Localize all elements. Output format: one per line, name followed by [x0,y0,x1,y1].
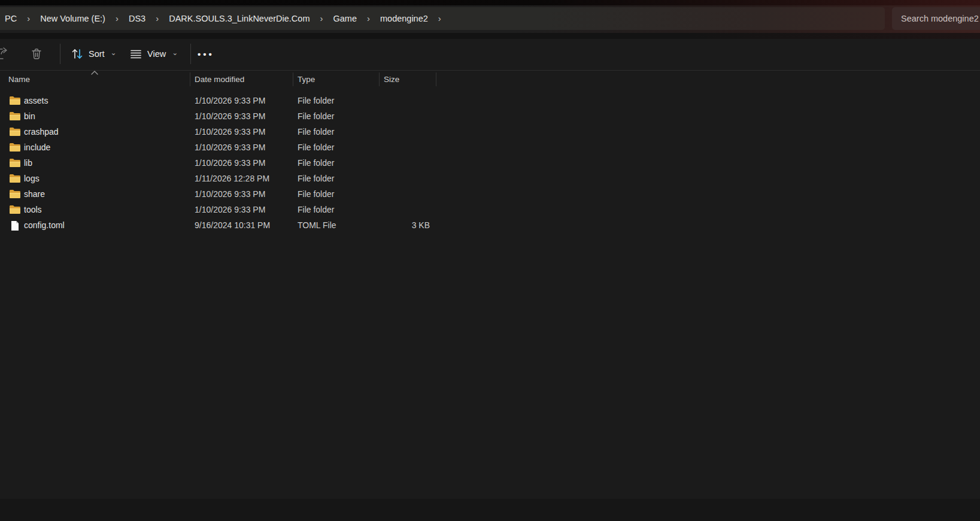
file-row[interactable]: config.toml 9/16/2024 10:31 PM TOML File… [0,217,980,233]
file-date-modified: 1/10/2026 9:33 PM [195,155,265,171]
file-date-modified: 9/16/2024 10:31 PM [195,217,270,233]
file-date-modified: 1/10/2026 9:33 PM [195,140,265,155]
file-name: bin [24,108,35,124]
folder-icon [9,127,21,137]
folder-icon [9,158,21,168]
file-row[interactable]: logs 1/11/2026 12:28 PM File folder [0,171,980,186]
breadcrumb: PC › New Volume (E:) › DS3 › DARK.SOULS.… [0,12,448,25]
toolbar-divider [190,44,191,64]
more-options-icon: ••• [198,49,214,59]
file-name: assets [24,93,48,108]
column-divider[interactable] [379,72,380,86]
column-header-type[interactable]: Type [298,71,315,88]
file-name: lib [24,155,32,171]
folder-icon [9,205,21,214]
file-type: File folder [298,140,334,155]
file-size [379,93,430,108]
breadcrumb-item[interactable]: PC [1,12,20,25]
share-icon [0,46,10,62]
file-type: File folder [298,124,334,140]
folder-icon [9,143,21,152]
breadcrumb-chevron-icon[interactable]: › [116,14,119,23]
breadcrumb-chevron-icon[interactable]: › [156,14,159,23]
file-size [379,124,430,140]
breadcrumb-item[interactable]: New Volume (E:) [37,12,109,25]
file-name: config.toml [24,217,65,233]
file-name: logs [24,171,40,186]
file-type: File folder [298,202,334,217]
breadcrumb-item[interactable]: Game [329,12,360,25]
share-button[interactable] [0,43,10,65]
chevron-down-icon: ⌄ [172,49,178,57]
file-row[interactable]: assets 1/10/2026 9:33 PM File folder [0,93,980,108]
sort-label: Sort [89,49,105,59]
file-type: File folder [298,171,334,186]
view-label: View [147,49,166,59]
file-row[interactable]: share 1/10/2026 9:33 PM File folder [0,186,980,202]
chevron-down-icon: ⌄ [111,49,117,57]
file-type: TOML File [298,217,336,233]
breadcrumb-chevron-icon[interactable]: › [438,14,441,23]
search-input[interactable] [892,14,980,23]
trash-icon [30,47,43,60]
file-size [379,171,430,186]
window-top-edge [0,0,980,5]
column-header-size[interactable]: Size [384,71,399,88]
file-size [379,108,430,124]
toolbar-divider [60,44,60,64]
breadcrumb-item[interactable]: modengine2 [377,12,432,25]
folder-icon [9,96,21,105]
file-name: tools [24,202,42,217]
file-row[interactable]: crashpad 1/10/2026 9:33 PM File folder [0,124,980,140]
column-divider[interactable] [293,72,293,86]
command-toolbar: Sort ⌄ View ⌄ ••• [0,39,980,70]
file-size [379,155,430,171]
address-bar-row: PC › New Volume (E:) › DS3 › DARK.SOULS.… [0,5,980,33]
folder-icon [9,111,21,121]
file-explorer-window: { "breadcrumb": { "items": ["PC", "New V… [0,0,980,521]
sort-button[interactable]: Sort ⌄ [71,43,117,65]
file-row[interactable]: bin 1/10/2026 9:33 PM File folder [0,108,980,124]
view-button[interactable]: View ⌄ [129,43,178,65]
file-date-modified: 1/10/2026 9:33 PM [195,108,265,124]
address-bar[interactable]: PC › New Volume (E:) › DS3 › DARK.SOULS.… [0,7,885,30]
folder-icon [9,189,21,199]
file-size [379,202,430,217]
address-row-shadow [0,33,980,39]
search-box[interactable] [892,7,980,30]
file-name: share [24,186,45,202]
breadcrumb-chevron-icon[interactable]: › [27,14,30,23]
breadcrumb-chevron-icon[interactable]: › [367,14,370,23]
file-date-modified: 1/10/2026 9:33 PM [195,202,265,217]
more-options-button[interactable]: ••• [198,43,214,65]
breadcrumb-item[interactable]: DS3 [125,12,149,25]
folder-icon [9,174,21,183]
view-icon [129,47,142,60]
file-size: 3 KB [379,217,430,233]
file-size [379,140,430,155]
column-divider[interactable] [436,72,436,86]
file-row[interactable]: tools 1/10/2026 9:33 PM File folder [0,202,980,217]
file-date-modified: 1/10/2026 9:33 PM [195,124,265,140]
window-bottom-edge [0,499,980,521]
file-name: include [24,140,50,155]
file-type: File folder [298,155,334,171]
file-icon [9,220,21,230]
column-header-date-modified[interactable]: Date modified [195,71,244,88]
file-date-modified: 1/11/2026 12:28 PM [195,171,269,186]
breadcrumb-item[interactable]: DARK.SOULS.3_LinkNeverDie.Com [165,12,313,25]
delete-button[interactable] [30,43,43,65]
file-type: File folder [298,93,334,108]
file-size [379,186,430,202]
file-row[interactable]: include 1/10/2026 9:33 PM File folder [0,140,980,155]
breadcrumb-chevron-icon[interactable]: › [320,14,323,23]
file-type: File folder [298,186,334,202]
file-type: File folder [298,108,334,124]
file-date-modified: 1/10/2026 9:33 PM [195,186,265,202]
file-row[interactable]: lib 1/10/2026 9:33 PM File folder [0,155,980,171]
column-divider[interactable] [190,72,190,86]
sort-ascending-icon [90,67,99,78]
column-header-name[interactable]: Name [8,71,30,88]
file-list: assets 1/10/2026 9:33 PM File folder bin… [0,93,980,233]
sort-icon [71,47,84,60]
